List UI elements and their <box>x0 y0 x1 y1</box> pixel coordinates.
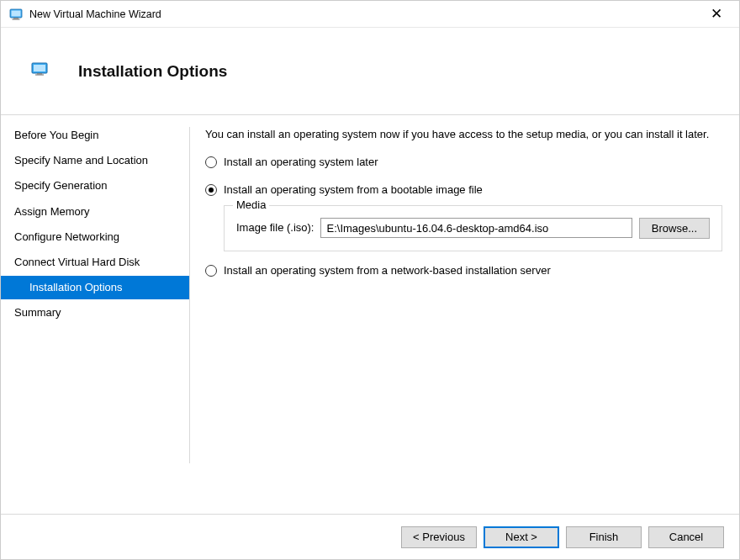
radio-label: Install an operating system from a boota… <box>224 182 483 198</box>
wizard-footer: < Previous Next > Finish Cancel <box>1 514 739 559</box>
svg-rect-2 <box>13 18 18 19</box>
next-button[interactable]: Next > <box>484 526 559 548</box>
svg-rect-1 <box>12 10 21 16</box>
svg-rect-6 <box>37 73 42 75</box>
titlebar: New Virtual Machine Wizard ✕ <box>1 1 739 28</box>
image-file-label: Image file (.iso): <box>236 220 314 236</box>
main-panel: You can install an operating system now … <box>190 115 739 514</box>
sidebar-item-assign-memory[interactable]: Assign Memory <box>1 200 189 224</box>
radio-label: Install an operating system from a netwo… <box>224 263 551 279</box>
svg-rect-3 <box>13 18 20 19</box>
radio-icon <box>205 184 217 196</box>
sidebar-item-specify-generation[interactable]: Specify Generation <box>1 174 189 198</box>
sidebar-item-installation-options[interactable]: Installation Options <box>1 276 189 299</box>
sidebar-item-connect-vhd[interactable]: Connect Virtual Hard Disk <box>1 251 189 274</box>
wizard-header: Installation Options <box>1 28 739 114</box>
image-file-input[interactable] <box>320 218 632 238</box>
window-title: New Virtual Machine Wizard <box>29 8 700 20</box>
sidebar-item-specify-name[interactable]: Specify Name and Location <box>1 149 189 172</box>
sidebar-item-summary[interactable]: Summary <box>1 301 189 325</box>
previous-button[interactable]: < Previous <box>401 526 477 548</box>
radio-icon <box>205 265 217 277</box>
page-title: Installation Options <box>78 62 227 81</box>
sidebar-item-before-you-begin[interactable]: Before You Begin <box>1 124 189 147</box>
sidebar-item-configure-networking[interactable]: Configure Networking <box>1 225 189 249</box>
app-icon <box>9 8 23 21</box>
media-legend: Media <box>233 198 269 214</box>
header-icon <box>31 62 48 76</box>
svg-rect-5 <box>34 65 45 71</box>
radio-icon <box>205 156 217 168</box>
close-button[interactable]: ✕ <box>700 3 732 24</box>
finish-button[interactable]: Finish <box>566 526 642 548</box>
intro-text: You can install an operating system now … <box>205 127 722 143</box>
radio-install-later[interactable]: Install an operating system later <box>205 155 722 171</box>
radio-install-from-network[interactable]: Install an operating system from a netwo… <box>205 263 722 279</box>
radio-label: Install an operating system later <box>224 155 378 171</box>
radio-install-from-image[interactable]: Install an operating system from a boota… <box>205 182 722 198</box>
media-fieldset: Media Image file (.iso): Browse... <box>224 205 722 251</box>
svg-rect-7 <box>35 74 44 75</box>
wizard-steps-sidebar: Before You Begin Specify Name and Locati… <box>1 115 189 514</box>
content-area: Before You Begin Specify Name and Locati… <box>1 115 739 514</box>
browse-button[interactable]: Browse... <box>639 218 710 239</box>
cancel-button[interactable]: Cancel <box>648 526 724 548</box>
